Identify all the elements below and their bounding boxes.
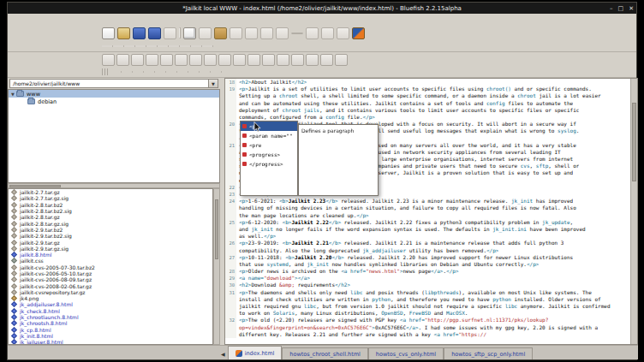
html-toolbar-tab[interactable] — [124, 45, 135, 47]
autocomplete-item[interactable]: <param name="" — [241, 131, 297, 140]
body-button[interactable] — [116, 54, 129, 66]
custom-menu-tab[interactable] — [166, 71, 177, 73]
jk_check.8.html[interactable]: jk_check.8.html — [9, 308, 212, 314]
jailkit-2.9.tar.gz.sig[interactable]: jailkit-2.9.tar.gz.sig — [9, 246, 212, 252]
jailkit-2.8.tar.gz[interactable]: jailkit-2.8.tar.gz — [9, 214, 212, 220]
jk_addjailuser.8.html[interactable]: jk_addjailuser.8.html — [9, 301, 212, 307]
jk_cp.8.html[interactable]: jk_cp.8.html — [9, 327, 212, 333]
toolbar-gap[interactable] — [291, 33, 303, 34]
jailkit-cvs-2006-05-10.tar.gz[interactable]: jailkit-cvs-2006-05-10.tar.gz — [9, 270, 212, 276]
menu-help[interactable] — [196, 19, 205, 21]
autocomplete-item[interactable]: <p — [241, 122, 297, 131]
jailkit.css[interactable]: jailkit.css — [9, 258, 212, 264]
custom-menu-tab[interactable] — [200, 71, 211, 73]
custom-menu-tab[interactable] — [110, 71, 122, 73]
replace-button[interactable] — [245, 27, 258, 39]
close-button[interactable] — [164, 27, 176, 39]
nbsp-button[interactable] — [160, 54, 173, 66]
directory-tree-item[interactable]: debian — [9, 98, 219, 105]
menu-zencoding[interactable] — [187, 19, 195, 21]
jailkit-2.7.tar.gz[interactable]: jailkit-2.7.tar.gz — [9, 189, 212, 195]
html-toolbar-tab[interactable] — [113, 45, 124, 47]
document-tab[interactable]: howtos_cvs_only.html — [368, 347, 444, 359]
directory-combo[interactable]: /home2/olivier/jailkit/www ▼ — [9, 79, 218, 88]
jailkit-2.9.tar.gz[interactable]: jailkit-2.9.tar.gz — [9, 239, 212, 245]
bluefish-logo-button[interactable] — [352, 27, 365, 39]
jk_chrootlaunch.8.html[interactable]: jk_chrootlaunch.8.html — [9, 314, 212, 320]
form-button[interactable] — [335, 54, 348, 66]
frame-button[interactable] — [320, 54, 333, 66]
table-button[interactable] — [233, 54, 246, 66]
new-file-button[interactable] — [102, 27, 115, 39]
autocomplete-item[interactable]: <pre — [241, 140, 297, 150]
document-tab[interactable]: howtos_chroot_shell.html — [282, 347, 368, 359]
jailkit-cvs-2006-08-09.tar.gz[interactable]: jailkit-cvs-2006-08-09.tar.gz — [9, 276, 212, 282]
document-tab[interactable]: howtos_sftp_scp_only.html — [444, 347, 533, 359]
jk_init.8.html[interactable]: jk_init.8.html — [9, 333, 212, 339]
jailkit-2.9.tar.bz2[interactable]: jailkit-2.9.tar.bz2 — [9, 227, 212, 233]
custom-menu-tab[interactable] — [211, 71, 222, 73]
jailkit-2.9.tar.bz2.sig[interactable]: jailkit-2.9.tar.bz2.sig — [9, 233, 212, 239]
jailkit-2.8.tar.bz2[interactable]: jailkit-2.8.tar.bz2 — [9, 202, 212, 208]
jk_chrootsh.8.html[interactable]: jk_chrootsh.8.html — [9, 320, 212, 326]
jk_jailuser.8.html[interactable]: jk_jailuser.8.html — [9, 339, 212, 345]
jailkit-cvs-2008-02-06.tar.gz[interactable]: jailkit-cvs-2008-02-06.tar.gz — [9, 282, 212, 288]
preferences-button[interactable] — [337, 27, 349, 39]
html-toolbar-tab[interactable] — [202, 45, 213, 47]
autocomplete-item[interactable]: </progress> — [241, 159, 297, 169]
menu-view[interactable] — [121, 19, 129, 21]
toolbar-separator[interactable] — [179, 27, 181, 39]
center-button[interactable] — [306, 54, 319, 66]
undo-button[interactable] — [260, 27, 273, 39]
menu-go[interactable] — [140, 19, 148, 21]
bold-button[interactable] — [277, 54, 289, 66]
email-button[interactable] — [189, 54, 202, 66]
jailkit-cvsrepository.tar.gz[interactable]: jailkit-cvsrepository.tar.gz — [9, 289, 212, 295]
font-button[interactable] — [262, 54, 275, 66]
directory-tree-item[interactable]: ▼ www — [9, 90, 219, 98]
jailkit-cvs-2005-07-30.tar.bz2[interactable]: jailkit-cvs-2005-07-30.tar.bz2 — [9, 264, 212, 270]
jk4.png[interactable]: jk4.png — [9, 295, 212, 301]
tab-scroll-left-icon[interactable]: ◀ — [221, 351, 228, 359]
html-toolbar-tab[interactable] — [158, 45, 169, 47]
save-as-button[interactable] — [148, 27, 161, 39]
chevron-down-icon[interactable]: ▼ — [208, 80, 218, 87]
autocomplete-item[interactable]: <progress> — [241, 150, 297, 159]
menu-tags[interactable] — [168, 19, 176, 21]
code-editor[interactable]: 18 <h2>About Jailkit</h2> 19 <p>Jailkit … — [224, 78, 638, 345]
italic-button[interactable] — [291, 54, 304, 66]
html-toolbar-tab[interactable] — [102, 45, 113, 47]
jailkit.8.html[interactable]: jailkit.8.html — [9, 252, 212, 258]
minimize-button[interactable]: – — [610, 5, 613, 12]
search-button[interactable] — [230, 27, 242, 39]
break-button[interactable] — [146, 54, 158, 66]
menu-project[interactable] — [149, 19, 158, 21]
indent-button[interactable] — [321, 27, 334, 39]
menu-file[interactable] — [102, 19, 110, 21]
custom-menu-tab[interactable] — [122, 71, 133, 73]
custom-menu-tab[interactable] — [188, 71, 200, 73]
rule-button[interactable] — [204, 54, 217, 66]
save-button[interactable] — [133, 27, 146, 39]
custom-menu-tab[interactable] — [177, 71, 188, 73]
html-toolbar-tab[interactable] — [180, 45, 191, 47]
jailkit-2.8.tar.bz2.sig[interactable]: jailkit-2.8.tar.bz2.sig — [9, 208, 212, 214]
menu-edit[interactable] — [111, 19, 120, 21]
custom-menu-tab[interactable] — [144, 71, 155, 73]
maximize-button[interactable]: □ — [618, 5, 624, 12]
copy-button[interactable] — [183, 27, 196, 39]
custom-menu-tab[interactable] — [133, 71, 144, 73]
html-toolbar-tab[interactable] — [146, 45, 158, 47]
comment-button[interactable] — [247, 54, 260, 66]
cut-button[interactable] — [199, 27, 212, 39]
anchor-button[interactable] — [175, 54, 188, 66]
custom-menu-tab[interactable] — [155, 71, 166, 73]
open-file-button[interactable] — [117, 27, 130, 39]
jailkit-2.8.tar.gz.sig[interactable]: jailkit-2.8.tar.gz.sig — [9, 220, 212, 226]
menu-document[interactable] — [130, 19, 139, 21]
menu-tools[interactable] — [158, 19, 167, 21]
document-tab[interactable]: index.html — [228, 346, 283, 359]
html-toolbar-tab[interactable] — [169, 45, 180, 47]
title-bar[interactable]: *Jailkit local WWW - index.html (/home2/… — [8, 3, 636, 14]
html-toolbar-tab[interactable] — [135, 45, 146, 47]
